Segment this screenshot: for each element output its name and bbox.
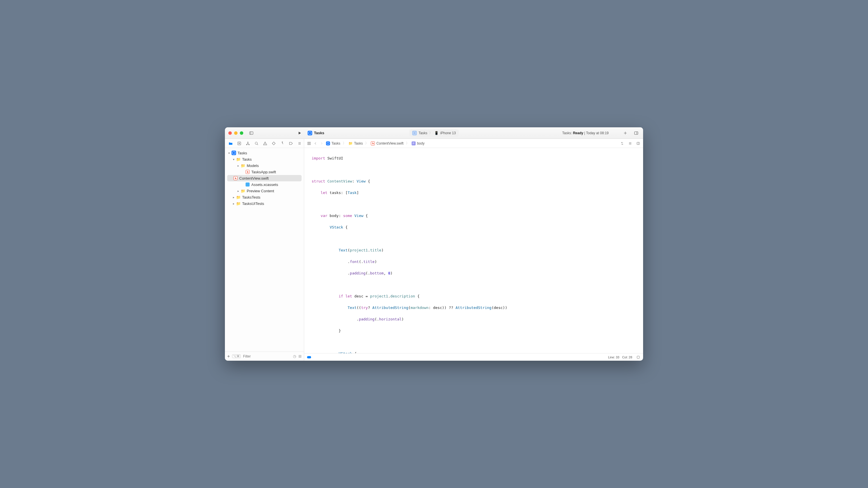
disclosure-icon[interactable]: ▸ xyxy=(232,196,235,199)
refresh-counterparts-button[interactable] xyxy=(620,141,624,145)
adjust-editor-button[interactable] xyxy=(628,141,632,145)
tree-label: Models xyxy=(246,164,259,168)
zoom-window-button[interactable] xyxy=(240,131,243,135)
add-target-button[interactable]: + xyxy=(227,354,230,359)
svg-rect-5 xyxy=(634,132,638,134)
svg-rect-24 xyxy=(309,144,310,145)
tree-group-uitests[interactable]: ▸ 📁 TasksUITests xyxy=(225,200,304,207)
tree-group-tests[interactable]: ▸ 📁 TasksTests xyxy=(225,194,304,200)
tree-label: TasksUITests xyxy=(242,201,264,206)
grid-icon xyxy=(307,141,311,145)
jumpbar-seg-group[interactable]: 📁 Tasks xyxy=(348,141,363,145)
warning-icon xyxy=(263,141,268,146)
swift-file-icon xyxy=(246,170,250,174)
jump-bar: Tasks 〉 📁 Tasks 〉 ContentView.swift 〉 P … xyxy=(304,139,643,148)
editor-area: Tasks 〉 📁 Tasks 〉 ContentView.swift 〉 P … xyxy=(304,139,643,361)
status-state: Ready xyxy=(573,131,583,135)
svg-point-17 xyxy=(282,142,283,143)
navigator-sidebar: ▾ Tasks ▾ 📁 Tasks ▸ 📁 Models Ta xyxy=(225,139,304,361)
filter-input[interactable] xyxy=(243,354,291,358)
app-icon xyxy=(231,151,236,155)
tree-project-root[interactable]: ▾ Tasks xyxy=(225,150,304,156)
recent-filter-button[interactable]: ◷ xyxy=(293,354,296,358)
breakpoint-navigator-tab[interactable] xyxy=(289,141,293,146)
source-editor[interactable]: import SwiftUI struct ContentView: View … xyxy=(308,148,643,353)
filter-scope-pill[interactable]: ⌥⌘ xyxy=(232,354,241,358)
project-title: Tasks xyxy=(308,131,324,135)
svg-rect-22 xyxy=(309,142,310,143)
scheme-destination-selector[interactable]: Tasks 〉 📱 iPhone 13 xyxy=(409,129,459,137)
disclosure-icon[interactable]: ▾ xyxy=(232,158,235,161)
list-icon xyxy=(297,141,302,146)
report-navigator-tab[interactable] xyxy=(297,141,302,146)
tree-group-models[interactable]: ▸ 📁 Models xyxy=(225,162,304,169)
disclosure-icon[interactable]: ▸ xyxy=(237,164,240,167)
tree-file-assets[interactable]: Assets.xcassets xyxy=(225,181,304,188)
issue-navigator-tab[interactable] xyxy=(263,141,268,146)
close-window-button[interactable] xyxy=(228,131,232,135)
disclosure-icon[interactable]: ▸ xyxy=(237,190,240,193)
gauge-icon xyxy=(280,141,285,146)
add-button[interactable] xyxy=(621,130,629,137)
jumpbar-label: body xyxy=(417,141,425,145)
run-button[interactable] xyxy=(296,130,304,137)
window-controls xyxy=(228,131,243,135)
minimize-window-button[interactable] xyxy=(234,131,238,135)
debug-indicator[interactable] xyxy=(307,356,311,358)
sidebar-left-icon xyxy=(249,131,254,135)
jumpbar-label: ContentView.swift xyxy=(376,141,404,145)
folder-icon: 📁 xyxy=(236,201,241,206)
folder-icon: 📁 xyxy=(236,195,241,199)
folder-icon: 📁 xyxy=(236,157,241,162)
tree-file-tasksapp[interactable]: TasksApp.swift xyxy=(225,169,304,175)
workspace: ▾ Tasks ▾ 📁 Tasks ▸ 📁 Models Ta xyxy=(225,139,643,361)
swift-file-icon xyxy=(234,176,238,180)
symbol-navigator-tab[interactable] xyxy=(246,141,250,146)
toggle-left-sidebar-button[interactable] xyxy=(247,130,255,137)
tree-label: ContentView.swift xyxy=(239,176,269,180)
tree-group-preview[interactable]: ▸ 📁 Preview Content xyxy=(225,188,304,194)
minimap-toggle-button[interactable] xyxy=(636,355,640,359)
svg-marker-2 xyxy=(299,132,301,134)
chevron-right-icon: 〉 xyxy=(365,141,369,146)
folder-icon: 📁 xyxy=(348,141,353,145)
device-icon: 📱 xyxy=(434,131,439,135)
chevron-right-icon: 〉 xyxy=(429,131,433,135)
project-navigator-tab[interactable] xyxy=(228,141,233,146)
cursor-line-label: Line: 33 xyxy=(608,355,619,359)
tree-label: Assets.xcassets xyxy=(251,182,278,187)
tree-label: TasksTests xyxy=(242,195,260,199)
cursor-col-label: Col: 28 xyxy=(622,355,632,359)
chevron-right-icon: 〉 xyxy=(343,141,346,146)
toggle-right-sidebar-button[interactable] xyxy=(632,130,640,137)
related-items-button[interactable] xyxy=(307,141,311,145)
square-x-icon xyxy=(237,141,242,146)
scheme-icon xyxy=(412,131,417,135)
scm-filter-button[interactable]: ⊞ xyxy=(299,354,302,358)
debug-navigator-tab[interactable] xyxy=(280,141,285,146)
editor-status-bar: Line: 33 Col: 28 xyxy=(304,353,643,361)
chevron-left-icon xyxy=(313,141,317,145)
jumpbar-seg-symbol[interactable]: P body xyxy=(412,141,425,145)
disclosure-icon[interactable]: ▸ xyxy=(232,202,235,205)
disclosure-icon[interactable]: ▾ xyxy=(227,151,230,154)
status-project: Tasks: xyxy=(562,131,572,135)
tree-label: Preview Content xyxy=(246,189,274,193)
tree-file-contentview[interactable]: ContentView.swift xyxy=(227,175,302,181)
svg-rect-21 xyxy=(308,142,309,143)
swift-file-icon xyxy=(371,141,375,145)
go-back-button[interactable] xyxy=(313,141,317,145)
jumpbar-seg-file[interactable]: ContentView.swift xyxy=(371,141,404,145)
plus-icon xyxy=(623,131,628,135)
jumpbar-seg-project[interactable]: Tasks xyxy=(326,141,340,145)
tree-group-app[interactable]: ▾ 📁 Tasks xyxy=(225,156,304,162)
source-control-navigator-tab[interactable] xyxy=(237,141,242,146)
add-editor-button[interactable] xyxy=(636,141,640,145)
svg-point-16 xyxy=(265,144,266,145)
hierarchy-icon xyxy=(246,141,250,146)
test-navigator-tab[interactable] xyxy=(272,141,276,146)
go-forward-button[interactable] xyxy=(320,141,324,145)
jumpbar-label: Tasks xyxy=(332,141,340,145)
assets-icon xyxy=(246,182,250,186)
find-navigator-tab[interactable] xyxy=(254,141,259,146)
